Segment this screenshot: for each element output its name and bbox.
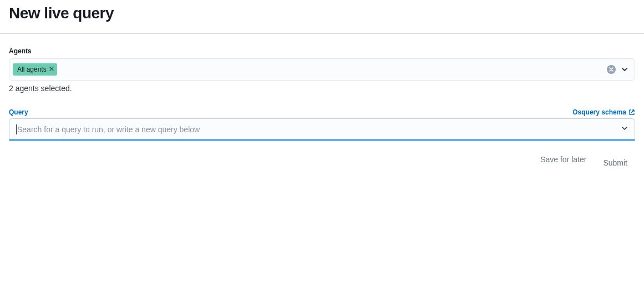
- submit-button[interactable]: Submit: [595, 155, 635, 171]
- chevron-down-icon[interactable]: [620, 124, 629, 135]
- popout-icon: [628, 109, 635, 116]
- save-for-later-button[interactable]: Save for later: [540, 155, 586, 171]
- agents-pill-all[interactable]: All agents: [13, 63, 57, 76]
- agents-field-wrap: All agents: [9, 58, 635, 81]
- agents-combobox[interactable]: All agents: [9, 58, 635, 81]
- query-label: Query: [9, 108, 28, 116]
- chevron-down-icon[interactable]: [620, 65, 629, 74]
- page-header: New live query: [0, 0, 644, 34]
- agents-helper-text: 2 agents selected.: [9, 84, 635, 93]
- osquery-schema-text: Osquery schema: [572, 108, 626, 116]
- remove-pill-icon[interactable]: [49, 65, 54, 73]
- text-caret: [16, 124, 17, 134]
- page-title: New live query: [9, 4, 635, 22]
- osquery-schema-link[interactable]: Osquery schema: [572, 108, 635, 116]
- query-search-input[interactable]: Search for a query to run, or write a ne…: [9, 118, 635, 141]
- clear-icon[interactable]: [607, 65, 616, 74]
- query-label-row: Query Osquery schema: [9, 108, 635, 116]
- query-placeholder: Search for a query to run, or write a ne…: [17, 125, 200, 134]
- agents-label: Agents: [9, 47, 635, 55]
- footer-actions: Save for later Submit: [0, 149, 644, 171]
- form-content: Agents All agents 2 agents selected. Que…: [0, 34, 644, 149]
- agents-pill-label: All agents: [17, 65, 47, 74]
